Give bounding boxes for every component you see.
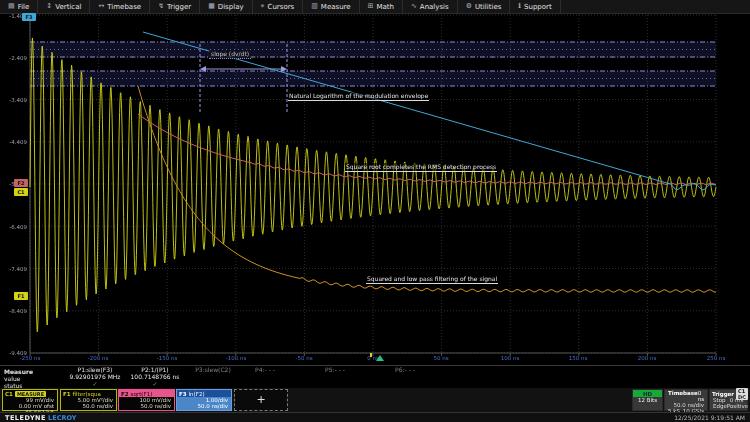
f1-label: F1 (63, 391, 71, 397)
x-axis-label: -50 ns (284, 355, 324, 361)
x-axis-label: -100 ns (216, 355, 256, 361)
measure-table: Measure value status P1:slew(F3) 9.92901… (0, 365, 750, 388)
c1-descriptor-box[interactable]: C1 MEASURE 99 mV/div 0.00 mV ofst 85.587… (2, 389, 58, 411)
footer-bar: TELEDYNE LECROY 12/25/2021 9:19:51 AM (0, 412, 750, 422)
trigger-position-marker[interactable] (376, 355, 384, 361)
oscilloscope-screen: ▤File ↕Vertical ↔Timebase ↯Trigger ▦Disp… (0, 0, 750, 422)
f3-function: ln(F2) (189, 391, 205, 397)
c1-level-tag[interactable]: C1 (14, 188, 28, 196)
f1-level-tag[interactable]: F1 (14, 292, 28, 300)
measure-column-p5: P5:- - - (300, 366, 370, 373)
p4-header[interactable]: P4:- - - (230, 366, 300, 373)
measure-row-label: Measure (4, 368, 33, 375)
trigger-slope: Positive (727, 403, 748, 409)
ln-annotation: Natural Logarithm of the modulation enve… (288, 92, 429, 101)
f1-function: filter(squa (73, 391, 101, 397)
p2-status-check: ✓ (120, 380, 190, 387)
x-axis-label: -200 ns (78, 355, 118, 361)
f2-level-tag[interactable]: F2 (14, 179, 28, 187)
p2-value: 100.7148766 ns (120, 373, 190, 380)
timebase-title: Timebase (668, 390, 698, 402)
x-axis-label: 250 ns (696, 355, 736, 361)
brand-lecroy: LECROY (48, 414, 76, 422)
f3-level-tag[interactable]: F3 (22, 13, 36, 21)
y-axis-label: -6.409 (0, 224, 27, 230)
x-axis-label: 200 ns (627, 355, 667, 361)
brand-teledyne: TELEDYNE (5, 414, 46, 422)
x-axis-label: 50 ns (421, 355, 461, 361)
measure-column-p4: P4:- - - (230, 366, 300, 373)
value-row-label: value (4, 375, 20, 382)
x-axis-label: 100 ns (490, 355, 530, 361)
brand-logo: TELEDYNE LECROY (5, 414, 76, 422)
c1-mode-chip: MEASURE (15, 391, 46, 397)
hd-bits: 12 Bits (633, 397, 662, 403)
c1-label: C1 (5, 391, 13, 397)
p6-header[interactable]: P6:- - - (370, 366, 440, 373)
y-axis-label: -2.409 (0, 55, 27, 61)
squared-annotation: Squared and low pass filtering of the si… (366, 275, 498, 284)
trigger-box[interactable]: Trigger C1 DC Stop 0 mV Edge Positive (709, 389, 748, 411)
y-axis-label: -7.409 (0, 266, 27, 272)
measure-column-p6: P6:- - - (370, 366, 440, 373)
y-axis-label: -4.409 (0, 139, 27, 145)
x-axis-label: 150 ns (558, 355, 598, 361)
f2-descriptor-box[interactable]: F2 sqrt(F1) 100 mV/div 50.0 ns/div (118, 389, 175, 411)
timebase-delay: 0 ns (698, 390, 704, 402)
hd-label: HD (633, 390, 662, 397)
f3-label: F3 (179, 391, 187, 397)
y-axis-label: -8.409 (0, 308, 27, 314)
f3-tdiv: 50.0 ns/div (180, 403, 228, 409)
f1-descriptor-box[interactable]: F1 filter(squa 5.00 mV²/div 50.0 ns/div (60, 389, 117, 411)
slope-annotation: slope (dv/dt) (209, 50, 251, 59)
add-trace-button[interactable]: + (234, 389, 288, 411)
f1-tdiv: 50.0 ns/div (64, 403, 113, 409)
zero-time-tick (370, 353, 372, 357)
timebase-box[interactable]: Timebase 0 ns 50.0 ns/div 5 kS 10 GS/s (664, 389, 708, 411)
x-axis-label: 0 ns (353, 355, 393, 361)
p5-header[interactable]: P5:- - - (300, 366, 370, 373)
f2-label: F2 (121, 391, 129, 397)
x-axis-label: -150 ns (147, 355, 187, 361)
trigger-type: Edge (713, 403, 727, 409)
f2-tdiv: 50.0 ns/div (122, 403, 171, 409)
y-axis-label: -3.409 (0, 97, 27, 103)
x-axis-label: -250 ns (10, 355, 50, 361)
f3-descriptor-box-selected[interactable]: F3 ln(F2) 1.00/div 50.0 ns/div (176, 389, 232, 411)
datetime: 12/25/2021 9:19:51 AM (674, 414, 745, 421)
descriptor-strip: C1 MEASURE 99 mV/div 0.00 mV ofst 85.587… (0, 388, 750, 412)
f2-function: sqrt(F1) (131, 391, 153, 397)
trigger-title: Trigger (712, 391, 734, 397)
sqrt-annotation: Square root completes the RMS detection … (345, 163, 497, 172)
hd-badge[interactable]: HD 12 Bits (632, 389, 663, 411)
